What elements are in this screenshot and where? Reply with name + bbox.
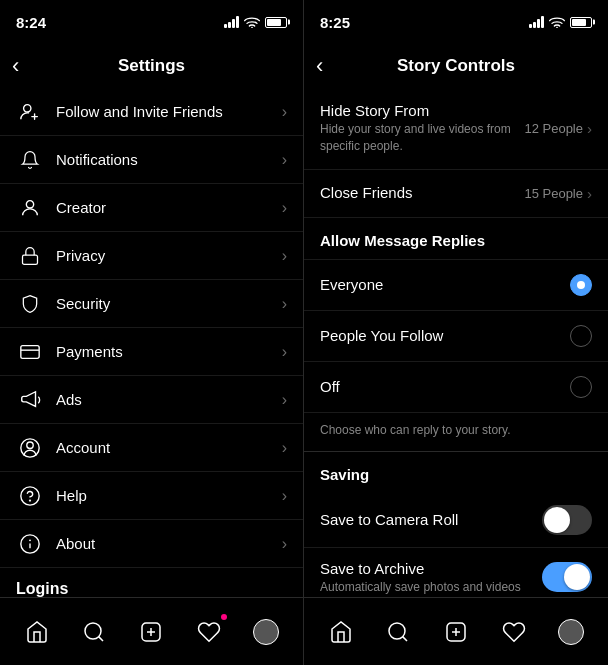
left-nav-home[interactable] [15,610,59,654]
right-signal-icon [529,16,544,28]
menu-item-follow[interactable]: Follow and Invite Friends › [0,88,303,136]
menu-item-notifications[interactable]: Notifications › [0,136,303,184]
battery-icon [265,17,287,28]
right-status-icons [529,16,592,28]
save-archive-content: Save to Archive Automatically save photo… [320,560,530,597]
radio-everyone[interactable]: Everyone [304,260,608,311]
save-archive-toggle[interactable] [542,562,592,592]
question-icon [16,482,44,510]
radio-off-button[interactable] [570,376,592,398]
close-friends-row[interactable]: Close Friends 15 People › [304,170,608,218]
help-label: Help [56,487,282,504]
security-label: Security [56,295,282,312]
card-icon [16,338,44,366]
svg-point-18 [556,27,558,28]
right-nav-add[interactable] [434,610,478,654]
left-back-button[interactable]: ‹ [12,55,19,77]
chevron-right-icon: › [282,343,287,361]
hide-story-subtitle: Hide your story and live videos from spe… [320,121,516,155]
menu-item-account[interactable]: Account › [0,424,303,472]
left-nav-add[interactable] [129,610,173,654]
left-header-title: Settings [118,56,185,76]
left-status-icons [224,16,287,28]
radio-off[interactable]: Off [304,362,608,413]
hide-story-row[interactable]: Hide Story From Hide your story and live… [304,88,608,170]
svg-point-7 [27,442,33,448]
megaphone-icon [16,386,44,414]
replies-helper-text: Choose who can reply to your story. [304,413,608,451]
save-camera-roll-content: Save to Camera Roll [320,511,542,528]
shield-icon [16,290,44,318]
radio-everyone-label: Everyone [320,276,570,293]
svg-point-0 [251,27,253,28]
creator-icon [16,194,44,222]
save-camera-roll-toggle[interactable] [542,505,592,535]
svg-line-14 [99,636,103,640]
close-friends-value: 15 People › [524,185,592,202]
svg-rect-3 [23,255,38,264]
hide-story-value: 12 People › [524,120,592,137]
right-profile-avatar [558,619,584,645]
svg-point-8 [21,486,39,504]
svg-point-13 [85,623,101,639]
chevron-right-icon: › [282,487,287,505]
person-add-icon [16,98,44,126]
right-nav-heart[interactable] [492,610,536,654]
ads-label: Ads [56,391,282,408]
right-panel: 8:25 ‹ Story Controls [304,0,608,665]
left-nav-heart[interactable] [187,610,231,654]
menu-item-privacy[interactable]: Privacy › [0,232,303,280]
toggle-knob [564,564,590,590]
left-status-bar: 8:24 [0,0,303,44]
toggle-knob [544,507,570,533]
save-archive-row: Save to Archive Automatically save photo… [304,548,608,597]
left-time: 8:24 [16,14,46,31]
bell-icon [16,146,44,174]
signal-icon [224,16,239,28]
privacy-label: Privacy [56,247,282,264]
right-status-bar: 8:25 [304,0,608,44]
left-nav-profile[interactable] [244,610,288,654]
left-nav-search[interactable] [72,610,116,654]
person-circle-icon [16,434,44,462]
lock-icon [16,242,44,270]
allow-replies-header: Allow Message Replies [304,218,608,260]
svg-point-19 [389,623,405,639]
right-nav-home[interactable] [319,610,363,654]
svg-line-20 [403,636,407,640]
right-bottom-nav [304,597,608,665]
left-bottom-nav [0,597,303,665]
info-icon [16,530,44,558]
radio-everyone-button[interactable] [570,274,592,296]
radio-people-you-follow[interactable]: People You Follow [304,311,608,362]
svg-point-9 [30,500,31,501]
menu-item-security[interactable]: Security › [0,280,303,328]
right-back-button[interactable]: ‹ [316,55,323,77]
story-controls-content: Hide Story From Hide your story and live… [304,88,608,597]
close-friends-content: Close Friends [320,184,516,203]
hide-story-title: Hide Story From [320,102,516,119]
logins-section-header: Logins [0,568,303,597]
creator-label: Creator [56,199,282,216]
save-camera-roll-row: Save to Camera Roll [304,493,608,548]
menu-item-creator[interactable]: Creator › [0,184,303,232]
chevron-right-icon: › [282,247,287,265]
left-header: ‹ Settings [0,44,303,88]
wifi-icon [244,16,260,28]
save-archive-subtitle: Automatically save photos and videos in … [320,579,530,597]
chevron-right-icon: › [282,103,287,121]
menu-item-about[interactable]: About › [0,520,303,568]
right-header-title: Story Controls [397,56,515,76]
payments-label: Payments [56,343,282,360]
chevron-right-icon: › [282,439,287,457]
menu-item-help[interactable]: Help › [0,472,303,520]
right-nav-search[interactable] [376,610,420,654]
about-label: About [56,535,282,552]
menu-item-ads[interactable]: Ads › [0,376,303,424]
right-nav-profile[interactable] [549,610,593,654]
hide-story-content: Hide Story From Hide your story and live… [320,102,516,155]
radio-people-you-follow-button[interactable] [570,325,592,347]
close-friends-title: Close Friends [320,184,516,201]
menu-item-payments[interactable]: Payments › [0,328,303,376]
profile-avatar [253,619,279,645]
